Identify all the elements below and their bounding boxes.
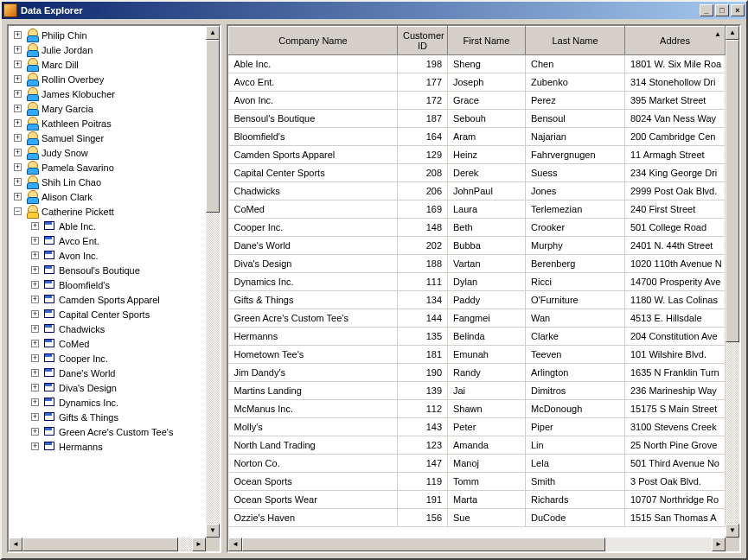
minimize-button[interactable]: _ (700, 4, 713, 16)
table-row[interactable]: Green Acre's Custom Tee's144FangmeiWan45… (229, 309, 726, 328)
table-row[interactable]: CoMed169LauraTerlemezian240 First Street (229, 200, 726, 219)
scroll-down-button[interactable]: ▼ (726, 524, 739, 538)
scroll-up-button[interactable]: ▲ (726, 26, 739, 40)
table-row[interactable]: Jim Dandy's190RandyArlington1635 N Frank… (229, 364, 726, 382)
maximize-button[interactable]: □ (715, 4, 729, 16)
scroll-right-button[interactable]: ► (712, 538, 726, 551)
tree-person-item[interactable]: +Rollin Overbey (14, 72, 206, 86)
table-row[interactable]: Molly's143PeterPiper3100 Stevens Creek (229, 418, 726, 436)
expander-icon[interactable]: + (14, 60, 22, 68)
tree-person-item[interactable]: +Samuel Singer (14, 130, 206, 145)
expander-icon[interactable]: + (31, 325, 39, 333)
table-row[interactable]: Ocean Sports119TommSmith3 Post Oak Blvd. (229, 473, 726, 491)
table-row[interactable]: Dynamics Inc.111DylanRicci14700 Prosperi… (229, 273, 726, 291)
tree-horizontal-scrollbar[interactable]: ◄ ► (9, 538, 206, 551)
expander-icon[interactable]: + (31, 369, 39, 377)
tree-company-item[interactable]: +Capital Center Sports (14, 307, 206, 321)
tree-person-item[interactable]: +Judy Snow (14, 145, 206, 160)
expander-icon[interactable]: + (14, 119, 22, 127)
expander-icon[interactable]: + (31, 237, 39, 245)
close-button[interactable]: × (731, 4, 745, 16)
col-header-first-name[interactable]: First Name (448, 27, 526, 55)
scroll-thumb[interactable] (22, 538, 178, 551)
table-row[interactable]: McManus Inc.112ShawnMcDonough15175 S Mai… (229, 400, 726, 418)
tree-person-item[interactable]: +Julie Jordan (14, 42, 206, 57)
scroll-up-button[interactable]: ▲ (206, 26, 220, 40)
table-row[interactable]: Avco Ent.177JosephZubenko314 Stonehollow… (229, 73, 726, 92)
table-row[interactable]: Cooper Inc.148BethCrooker501 College Roa… (229, 219, 726, 237)
tree-person-item[interactable]: +Philip Chin (14, 28, 206, 42)
expander-icon[interactable]: + (14, 134, 22, 142)
table-row[interactable]: Capital Center Sports208DerekSuess234 Ki… (229, 164, 726, 182)
tree-person-item[interactable]: +Pamela Savarino (14, 160, 206, 175)
expander-icon[interactable]: + (31, 222, 39, 230)
tree-company-item[interactable]: +Gifts & Things (14, 410, 206, 424)
expander-icon[interactable]: + (31, 428, 39, 436)
expander-icon[interactable]: + (31, 413, 39, 421)
table-row[interactable]: Hermanns135BelindaClarke204 Constitution… (229, 328, 726, 346)
table-row[interactable]: Avon Inc.172GracePerez395 Market Street (229, 92, 726, 110)
tree-company-item[interactable]: +Green Acre's Custom Tee's (14, 424, 206, 439)
expander-icon[interactable]: + (31, 310, 39, 318)
col-header-address[interactable]: Addres▲ (625, 27, 726, 55)
table-row[interactable]: Ozzie's Haven156SueDuCode1515 San Thomas… (229, 509, 726, 527)
scroll-left-button[interactable]: ◄ (9, 538, 22, 551)
tree-view[interactable]: +Philip Chin+Julie Jordan+Marc Dill+Roll… (9, 26, 206, 455)
expander-icon[interactable]: + (31, 266, 39, 274)
expander-icon[interactable]: + (31, 281, 39, 289)
tree-company-item[interactable]: +Able Inc. (14, 219, 206, 233)
expander-icon[interactable]: + (14, 163, 22, 171)
expander-icon[interactable]: + (14, 46, 22, 54)
tree-company-item[interactable]: +Chadwicks (14, 321, 206, 336)
grid-horizontal-scrollbar[interactable]: ◄ ► (228, 538, 726, 551)
table-row[interactable]: Hometown Tee's181EmunahTeeven101 Wilshir… (229, 346, 726, 364)
grid-vertical-scrollbar[interactable]: ▲ ▼ (726, 26, 739, 538)
tree-company-item[interactable]: +Dane's World (14, 366, 206, 380)
tree-company-item[interactable]: +CoMed (14, 336, 206, 351)
table-row[interactable]: Gifts & Things134PaddyO'Furniture1180 W.… (229, 291, 726, 309)
scroll-thumb[interactable] (726, 40, 739, 342)
tree-person-item-expanded[interactable]: −Catherine Pickett (14, 204, 206, 219)
col-header-last-name[interactable]: Last Name (526, 27, 625, 55)
table-row[interactable]: North Land Trading123AmandaLin25 North P… (229, 436, 726, 455)
expander-icon[interactable]: + (31, 384, 39, 391)
scroll-thumb[interactable] (242, 538, 605, 551)
table-row[interactable]: Ocean Sports Wear191MartaRichards10707 N… (229, 491, 726, 509)
data-grid[interactable]: Company Name Customer ID First Name Last… (228, 26, 726, 527)
expander-icon[interactable]: + (14, 31, 22, 39)
tree-company-item[interactable]: +Bensoul's Boutique (14, 263, 206, 277)
tree-person-item[interactable]: +Mary Garcia (14, 101, 206, 116)
tree-company-item[interactable]: +Camden Sports Apparel (14, 292, 206, 307)
table-row[interactable]: Norton Co.147ManojLela501 Third Avenue N… (229, 455, 726, 473)
table-row[interactable]: Camden Sports Apparel129HeinzFahrvergnug… (229, 146, 726, 164)
expander-icon[interactable]: + (14, 149, 22, 156)
scroll-thumb[interactable] (206, 40, 220, 213)
tree-person-item[interactable]: +Kathleen Poitras (14, 116, 206, 130)
expander-icon[interactable]: + (14, 105, 22, 112)
table-row[interactable]: Bloomfield's164AramNajarian200 Cambridge… (229, 128, 726, 146)
scroll-down-button[interactable]: ▼ (206, 524, 220, 538)
table-row[interactable]: Able Inc.198ShengChen1801 W. Six Mile Ro… (229, 55, 726, 73)
expander-icon[interactable]: + (31, 340, 39, 347)
expander-icon[interactable]: + (31, 354, 39, 362)
tree-company-item[interactable]: +Hermanns (14, 439, 206, 454)
tree-company-item[interactable]: +Diva's Design (14, 380, 206, 395)
tree-person-item[interactable]: +Marc Dill (14, 57, 206, 72)
expander-icon[interactable]: + (14, 178, 22, 186)
table-row[interactable]: Diva's Design188VartanBerenberg1020 110t… (229, 255, 726, 273)
expander-icon[interactable]: + (14, 193, 22, 200)
scroll-left-button[interactable]: ◄ (228, 538, 242, 551)
tree-company-item[interactable]: +Bloomfield's (14, 277, 206, 292)
tree-person-item[interactable]: +Shih Lin Chao (14, 175, 206, 189)
col-header-customer-id[interactable]: Customer ID (398, 27, 448, 55)
expander-icon[interactable]: + (31, 296, 39, 303)
expander-icon[interactable]: − (14, 207, 22, 215)
table-row[interactable]: Chadwicks206JohnPaulJones2999 Post Oak B… (229, 182, 726, 200)
tree-company-item[interactable]: +Avon Inc. (14, 248, 206, 263)
col-header-company[interactable]: Company Name (229, 27, 398, 55)
tree-person-item[interactable]: +Alison Clark (14, 189, 206, 204)
tree-company-item[interactable]: +Cooper Inc. (14, 351, 206, 366)
expander-icon[interactable]: + (31, 251, 39, 259)
table-row[interactable]: Dane's World202BubbaMurphy2401 N. 44th S… (229, 237, 726, 255)
title-bar[interactable]: Data Explorer _ □ × (2, 2, 746, 19)
